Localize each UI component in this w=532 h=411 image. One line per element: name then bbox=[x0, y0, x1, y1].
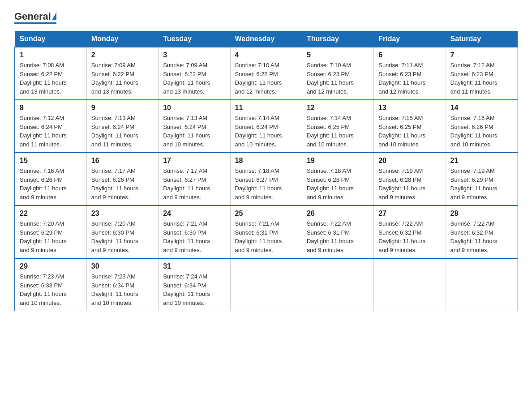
calendar-cell: 20 Sunrise: 7:19 AMSunset: 6:28 PMDaylig… bbox=[374, 153, 446, 206]
calendar-cell: 12 Sunrise: 7:14 AMSunset: 6:25 PMDaylig… bbox=[302, 100, 373, 153]
calendar-cell: 7 Sunrise: 7:12 AMSunset: 6:23 PMDayligh… bbox=[446, 47, 517, 100]
calendar-cell: 1 Sunrise: 7:08 AMSunset: 6:22 PMDayligh… bbox=[15, 47, 86, 100]
calendar-cell: 2 Sunrise: 7:09 AMSunset: 6:22 PMDayligh… bbox=[86, 47, 158, 100]
day-number: 29 bbox=[20, 262, 82, 270]
day-number: 31 bbox=[163, 262, 225, 270]
day-number: 1 bbox=[20, 51, 82, 59]
calendar-cell: 9 Sunrise: 7:13 AMSunset: 6:24 PMDayligh… bbox=[86, 100, 158, 153]
day-info: Sunrise: 7:22 AMSunset: 6:31 PMDaylight:… bbox=[307, 220, 354, 253]
calendar-cell: 30 Sunrise: 7:23 AMSunset: 6:34 PMDaylig… bbox=[86, 258, 158, 311]
day-info: Sunrise: 7:18 AMSunset: 6:28 PMDaylight:… bbox=[307, 167, 354, 201]
day-number: 7 bbox=[450, 51, 513, 59]
logo-general-text: General bbox=[14, 11, 51, 22]
day-info: Sunrise: 7:12 AMSunset: 6:24 PMDaylight:… bbox=[20, 115, 67, 148]
day-info: Sunrise: 7:16 AMSunset: 6:26 PMDaylight:… bbox=[450, 115, 498, 148]
calendar-cell: 11 Sunrise: 7:14 AMSunset: 6:24 PMDaylig… bbox=[230, 100, 302, 153]
calendar-cell: 5 Sunrise: 7:10 AMSunset: 6:23 PMDayligh… bbox=[302, 47, 373, 100]
calendar-cell bbox=[446, 258, 517, 311]
calendar-cell: 15 Sunrise: 7:16 AMSunset: 6:26 PMDaylig… bbox=[15, 153, 86, 206]
calendar-cell: 4 Sunrise: 7:10 AMSunset: 6:22 PMDayligh… bbox=[230, 47, 302, 100]
day-number: 17 bbox=[163, 157, 225, 165]
day-info: Sunrise: 7:18 AMSunset: 6:27 PMDaylight:… bbox=[235, 167, 282, 201]
calendar-cell bbox=[230, 258, 302, 311]
day-number: 4 bbox=[235, 51, 297, 59]
logo-underline bbox=[14, 22, 56, 24]
calendar-cell: 16 Sunrise: 7:17 AMSunset: 6:26 PMDaylig… bbox=[86, 153, 158, 206]
day-info: Sunrise: 7:24 AMSunset: 6:34 PMDaylight:… bbox=[163, 273, 210, 306]
day-info: Sunrise: 7:14 AMSunset: 6:25 PMDaylight:… bbox=[307, 115, 354, 148]
week-row-2: 8 Sunrise: 7:12 AMSunset: 6:24 PMDayligh… bbox=[15, 100, 518, 153]
day-info: Sunrise: 7:17 AMSunset: 6:26 PMDaylight:… bbox=[91, 167, 138, 201]
day-number: 27 bbox=[378, 210, 441, 218]
day-number: 11 bbox=[235, 104, 297, 112]
day-number: 8 bbox=[20, 104, 82, 112]
col-header-monday: Monday bbox=[86, 31, 158, 47]
week-row-3: 15 Sunrise: 7:16 AMSunset: 6:26 PMDaylig… bbox=[15, 153, 518, 206]
day-info: Sunrise: 7:23 AMSunset: 6:33 PMDaylight:… bbox=[20, 273, 67, 306]
day-number: 25 bbox=[235, 210, 297, 218]
day-info: Sunrise: 7:22 AMSunset: 6:32 PMDaylight:… bbox=[378, 220, 425, 253]
day-info: Sunrise: 7:09 AMSunset: 6:22 PMDaylight:… bbox=[163, 62, 210, 95]
day-number: 6 bbox=[378, 51, 441, 59]
calendar-cell bbox=[374, 258, 446, 311]
day-number: 9 bbox=[91, 104, 154, 112]
calendar-cell: 31 Sunrise: 7:24 AMSunset: 6:34 PMDaylig… bbox=[159, 258, 230, 311]
day-info: Sunrise: 7:15 AMSunset: 6:25 PMDaylight:… bbox=[378, 115, 425, 148]
calendar-cell bbox=[302, 258, 373, 311]
day-number: 22 bbox=[20, 210, 82, 218]
day-info: Sunrise: 7:13 AMSunset: 6:24 PMDaylight:… bbox=[91, 115, 138, 148]
day-number: 10 bbox=[163, 104, 225, 112]
week-row-4: 22 Sunrise: 7:20 AMSunset: 6:29 PMDaylig… bbox=[15, 206, 518, 258]
day-info: Sunrise: 7:22 AMSunset: 6:32 PMDaylight:… bbox=[450, 220, 498, 253]
calendar-cell: 10 Sunrise: 7:13 AMSunset: 6:24 PMDaylig… bbox=[159, 100, 230, 153]
day-number: 2 bbox=[91, 51, 154, 59]
day-number: 30 bbox=[91, 262, 154, 270]
logo-text: General bbox=[14, 11, 56, 22]
calendar-cell: 27 Sunrise: 7:22 AMSunset: 6:32 PMDaylig… bbox=[374, 206, 446, 258]
day-info: Sunrise: 7:08 AMSunset: 6:22 PMDaylight:… bbox=[20, 62, 67, 95]
calendar-cell: 22 Sunrise: 7:20 AMSunset: 6:29 PMDaylig… bbox=[15, 206, 86, 258]
day-info: Sunrise: 7:14 AMSunset: 6:24 PMDaylight:… bbox=[235, 115, 282, 148]
day-info: Sunrise: 7:10 AMSunset: 6:23 PMDaylight:… bbox=[307, 62, 354, 95]
day-info: Sunrise: 7:19 AMSunset: 6:29 PMDaylight:… bbox=[450, 167, 498, 201]
day-info: Sunrise: 7:20 AMSunset: 6:29 PMDaylight:… bbox=[20, 220, 67, 253]
day-number: 12 bbox=[307, 104, 369, 112]
col-header-saturday: Saturday bbox=[446, 31, 517, 47]
col-header-wednesday: Wednesday bbox=[230, 31, 302, 47]
day-number: 23 bbox=[91, 210, 154, 218]
calendar-cell: 24 Sunrise: 7:21 AMSunset: 6:30 PMDaylig… bbox=[159, 206, 230, 258]
day-number: 16 bbox=[91, 157, 154, 165]
day-number: 26 bbox=[307, 210, 369, 218]
calendar-cell: 28 Sunrise: 7:22 AMSunset: 6:32 PMDaylig… bbox=[446, 206, 517, 258]
day-number: 20 bbox=[378, 157, 441, 165]
day-info: Sunrise: 7:20 AMSunset: 6:30 PMDaylight:… bbox=[91, 220, 138, 253]
calendar-cell: 14 Sunrise: 7:16 AMSunset: 6:26 PMDaylig… bbox=[446, 100, 517, 153]
day-info: Sunrise: 7:13 AMSunset: 6:24 PMDaylight:… bbox=[163, 115, 210, 148]
calendar-cell: 18 Sunrise: 7:18 AMSunset: 6:27 PMDaylig… bbox=[230, 153, 302, 206]
calendar-cell: 26 Sunrise: 7:22 AMSunset: 6:31 PMDaylig… bbox=[302, 206, 373, 258]
calendar-cell: 8 Sunrise: 7:12 AMSunset: 6:24 PMDayligh… bbox=[15, 100, 86, 153]
day-info: Sunrise: 7:12 AMSunset: 6:23 PMDaylight:… bbox=[450, 62, 498, 95]
day-number: 28 bbox=[450, 210, 513, 218]
week-row-5: 29 Sunrise: 7:23 AMSunset: 6:33 PMDaylig… bbox=[15, 258, 518, 311]
calendar-table: SundayMondayTuesdayWednesdayThursdayFrid… bbox=[14, 31, 518, 311]
page-header: General bbox=[14, 11, 518, 24]
day-number: 21 bbox=[450, 157, 513, 165]
calendar-cell: 19 Sunrise: 7:18 AMSunset: 6:28 PMDaylig… bbox=[302, 153, 373, 206]
day-info: Sunrise: 7:23 AMSunset: 6:34 PMDaylight:… bbox=[91, 273, 138, 306]
day-number: 19 bbox=[307, 157, 369, 165]
col-header-sunday: Sunday bbox=[15, 31, 86, 47]
col-header-tuesday: Tuesday bbox=[159, 31, 230, 47]
calendar-cell: 29 Sunrise: 7:23 AMSunset: 6:33 PMDaylig… bbox=[15, 258, 86, 311]
calendar-cell: 23 Sunrise: 7:20 AMSunset: 6:30 PMDaylig… bbox=[86, 206, 158, 258]
day-info: Sunrise: 7:11 AMSunset: 6:23 PMDaylight:… bbox=[378, 62, 425, 95]
logo-triangle-icon bbox=[52, 12, 56, 20]
col-header-friday: Friday bbox=[374, 31, 446, 47]
day-info: Sunrise: 7:21 AMSunset: 6:30 PMDaylight:… bbox=[163, 220, 210, 253]
col-header-thursday: Thursday bbox=[302, 31, 373, 47]
calendar-cell: 17 Sunrise: 7:17 AMSunset: 6:27 PMDaylig… bbox=[159, 153, 230, 206]
day-number: 24 bbox=[163, 210, 225, 218]
logo: General bbox=[14, 11, 56, 24]
day-info: Sunrise: 7:21 AMSunset: 6:31 PMDaylight:… bbox=[235, 220, 282, 253]
day-info: Sunrise: 7:19 AMSunset: 6:28 PMDaylight:… bbox=[378, 167, 425, 201]
